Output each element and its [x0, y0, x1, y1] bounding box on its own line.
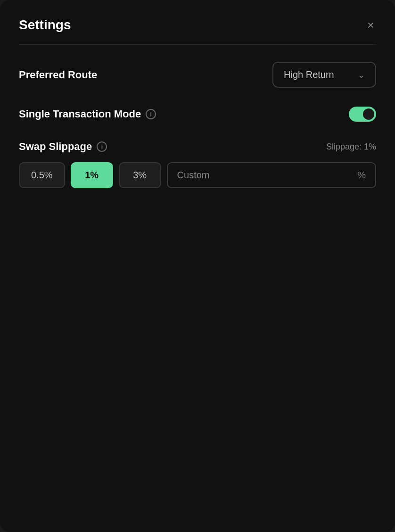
slippage-0-5-button[interactable]: 0.5%	[19, 162, 65, 188]
swap-slippage-section: Swap Slippage i Slippage: 1% 0.5% 1% 3% …	[19, 141, 376, 188]
single-transaction-row: Single Transaction Mode i	[19, 107, 376, 122]
custom-slippage-input[interactable]	[177, 170, 354, 181]
modal-header: Settings ×	[0, 0, 395, 44]
slippage-options: 0.5% 1% 3% %	[19, 162, 376, 188]
slippage-3-button[interactable]: 3%	[119, 162, 161, 188]
swap-slippage-label: Swap Slippage i	[19, 141, 107, 153]
toggle-track	[349, 107, 376, 122]
single-transaction-info-icon[interactable]: i	[146, 109, 156, 119]
swap-slippage-info-icon[interactable]: i	[97, 141, 107, 152]
preferred-route-value: High Return	[284, 69, 334, 80]
settings-modal: Settings × Preferred Route High Return ⌄…	[0, 0, 395, 532]
single-transaction-toggle[interactable]	[349, 107, 376, 122]
percent-sign: %	[357, 170, 366, 181]
modal-title: Settings	[19, 17, 71, 33]
slippage-header: Swap Slippage i Slippage: 1%	[19, 141, 376, 153]
preferred-route-row: Preferred Route High Return ⌄	[19, 62, 376, 88]
preferred-route-dropdown[interactable]: High Return ⌄	[272, 62, 376, 88]
slippage-1-button[interactable]: 1%	[71, 162, 113, 188]
single-transaction-label: Single Transaction Mode i	[19, 108, 156, 120]
toggle-thumb	[363, 108, 374, 120]
settings-content: Preferred Route High Return ⌄ Single Tra…	[0, 45, 395, 205]
slippage-current-value: Slippage: 1%	[326, 142, 376, 152]
chevron-down-icon: ⌄	[358, 70, 365, 80]
custom-slippage-wrapper: %	[167, 162, 376, 188]
preferred-route-label: Preferred Route	[19, 69, 97, 81]
close-button[interactable]: ×	[365, 17, 376, 33]
